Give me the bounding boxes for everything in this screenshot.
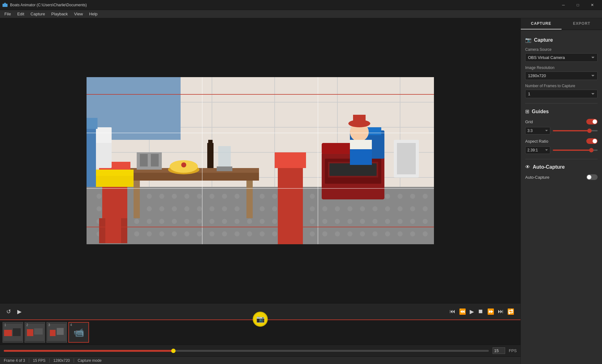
svg-point-78 xyxy=(209,219,214,224)
svg-point-61 xyxy=(335,206,340,211)
svg-point-26 xyxy=(235,194,240,199)
capture-section-title: Capture xyxy=(534,37,553,43)
tab-capture[interactable]: CAPTURE xyxy=(521,18,562,29)
svg-rect-141 xyxy=(278,165,303,244)
svg-point-50 xyxy=(197,206,202,211)
play-button[interactable]: ▶ xyxy=(468,307,475,316)
svg-point-55 xyxy=(260,206,265,211)
minimize-button[interactable]: ─ xyxy=(556,0,571,10)
menu-view[interactable]: View xyxy=(71,11,86,17)
svg-point-88 xyxy=(335,219,340,224)
live-view-button[interactable]: ▶ xyxy=(16,307,23,316)
svg-point-32 xyxy=(310,194,315,199)
num-frames-label: Number of Frames to Capture xyxy=(525,84,598,88)
image-resolution-select[interactable]: 1280x720 1920x1080 640x480 xyxy=(525,71,598,80)
fps-info-status: 15 FPS xyxy=(33,358,50,363)
camera-source-select[interactable]: OBS Virtual Camera Webcam Default Camera xyxy=(525,53,598,62)
svg-point-99 xyxy=(134,231,139,236)
next-frame-button[interactable]: ⏩ xyxy=(486,307,495,316)
auto-capture-section-header: 👁 Auto-Capture xyxy=(525,164,598,170)
svg-point-53 xyxy=(235,206,240,211)
frame-2-number: 2 xyxy=(26,323,28,327)
auto-capture-section-title: Auto-Capture xyxy=(533,164,565,170)
frame-info-status: Frame 4 of 3 xyxy=(4,358,29,363)
undo-button[interactable]: ↺ xyxy=(5,307,12,316)
svg-point-120 xyxy=(398,231,403,236)
capture-button[interactable]: 📷 xyxy=(253,312,268,327)
grid-slider[interactable] xyxy=(553,130,598,131)
menu-bar: File Edit Capture Playback View Help xyxy=(0,10,602,18)
scrubber-track[interactable] xyxy=(4,350,489,352)
auto-capture-toggle-label: Auto-Capture xyxy=(525,175,549,180)
auto-capture-toggle[interactable] xyxy=(586,174,598,180)
svg-point-52 xyxy=(222,206,227,211)
frame-2[interactable]: 2 xyxy=(24,322,45,343)
svg-point-80 xyxy=(235,219,240,224)
svg-point-105 xyxy=(209,231,214,236)
controls-right: ⏮ ⏪ ▶ ⏹ ⏩ ⏭ 🔁 xyxy=(448,307,515,316)
tab-export[interactable]: EXPORT xyxy=(562,18,602,29)
svg-point-74 xyxy=(159,219,164,224)
svg-point-121 xyxy=(410,231,415,236)
aspect-ratio-select[interactable]: 2.39:1 16:9 4:3 1:1 xyxy=(525,146,550,154)
auto-capture-toggle-knob xyxy=(587,175,591,179)
svg-point-46 xyxy=(147,206,152,211)
svg-point-131 xyxy=(181,162,186,167)
svg-point-38 xyxy=(385,194,390,199)
skip-start-button[interactable]: ⏮ xyxy=(448,307,457,316)
svg-point-25 xyxy=(222,194,227,199)
menu-playback[interactable]: Playback xyxy=(48,11,71,17)
svg-rect-152 xyxy=(96,140,112,168)
svg-rect-127 xyxy=(218,146,231,168)
svg-point-86 xyxy=(310,219,315,224)
svg-point-101 xyxy=(159,231,164,236)
svg-point-41 xyxy=(423,194,428,199)
svg-rect-162 xyxy=(397,143,416,174)
svg-rect-143 xyxy=(93,174,134,187)
svg-rect-170 xyxy=(4,330,12,336)
grid-type-select[interactable]: 3:3 2:2 4:4 xyxy=(525,127,550,135)
scrubber-fill xyxy=(4,350,173,352)
svg-rect-154 xyxy=(87,127,96,187)
loop-button[interactable]: 🔁 xyxy=(506,307,515,316)
svg-point-29 xyxy=(272,194,277,199)
grid-toggle[interactable] xyxy=(586,119,598,124)
svg-point-107 xyxy=(235,231,240,236)
menu-edit[interactable]: Edit xyxy=(14,11,27,17)
close-button[interactable]: ✕ xyxy=(585,0,599,10)
num-frames-select[interactable]: 1 2 3 5 10 xyxy=(525,90,598,98)
aspect-slider[interactable] xyxy=(553,150,598,151)
svg-point-73 xyxy=(147,219,152,224)
scrubber-thumb[interactable] xyxy=(171,349,176,353)
guides-section-title: Guides xyxy=(532,109,549,114)
svg-rect-174 xyxy=(34,328,43,335)
menu-capture[interactable]: Capture xyxy=(27,11,48,17)
panel-content: 📷 Capture Camera Source OBS Virtual Came… xyxy=(521,30,602,364)
svg-point-114 xyxy=(322,231,327,236)
aspect-ratio-toggle[interactable] xyxy=(586,138,598,144)
fps-input[interactable]: 15 xyxy=(493,347,505,354)
auto-capture-toggle-row: Auto-Capture xyxy=(525,174,598,180)
menu-file[interactable]: File xyxy=(1,11,14,17)
viewport-container xyxy=(0,18,520,303)
grid-slider-row: 3:3 2:2 4:4 xyxy=(525,127,598,135)
svg-point-100 xyxy=(147,231,152,236)
fps-label: FPS xyxy=(509,348,517,353)
frame-3[interactable]: 3 xyxy=(46,322,67,343)
frame-1[interactable]: 1 xyxy=(3,322,23,343)
svg-point-63 xyxy=(360,206,365,211)
svg-point-90 xyxy=(360,219,365,224)
svg-point-21 xyxy=(172,194,177,199)
prev-frame-button[interactable]: ⏪ xyxy=(458,307,467,316)
menu-help[interactable]: Help xyxy=(86,11,101,17)
svg-point-104 xyxy=(197,231,202,236)
stop-button[interactable]: ⏹ xyxy=(477,307,485,316)
frame-4[interactable]: 4 📹 xyxy=(68,322,89,343)
aspect-ratio-toggle-knob xyxy=(593,139,597,143)
svg-rect-155 xyxy=(87,118,98,129)
eye-icon: 👁 xyxy=(525,164,530,170)
maximize-button[interactable]: □ xyxy=(571,0,585,10)
skip-end-button[interactable]: ⏭ xyxy=(497,307,505,316)
frame-3-number: 3 xyxy=(48,323,50,327)
timeline-bar: 15 FPS xyxy=(0,345,520,356)
